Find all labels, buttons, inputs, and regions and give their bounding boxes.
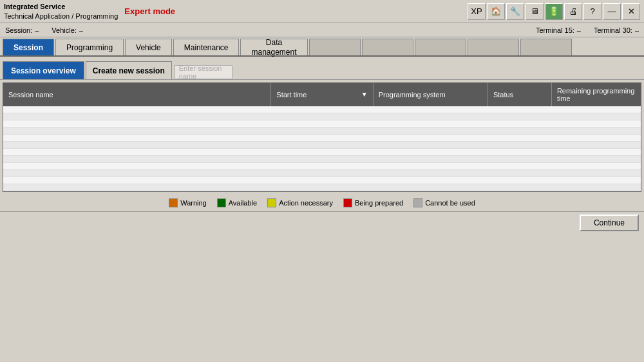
sessions-table: Session name Start time ▼ Programming sy…: [3, 83, 641, 191]
col-session-name[interactable]: Session name: [3, 83, 271, 106]
table-cell: [271, 128, 373, 135]
table-cell: [3, 177, 271, 184]
help-icon[interactable]: ?: [583, 3, 601, 20]
being-prepared-icon: [343, 198, 352, 207]
table-cell: [3, 149, 271, 156]
tab-7: [362, 39, 413, 55]
col-start-time[interactable]: Start time ▼: [271, 83, 373, 106]
table-row[interactable]: [3, 142, 641, 149]
tab-8: [415, 39, 466, 55]
action-necessary-label: Action necessary: [279, 199, 333, 207]
table-cell: [373, 106, 488, 113]
terminal30-value: –: [635, 26, 639, 34]
table-cell: [271, 170, 373, 177]
table-cell: [373, 170, 488, 177]
terminal30-label: Terminal 30:: [594, 26, 632, 34]
table-cell: [551, 106, 641, 113]
warning-label: Warning: [180, 199, 207, 207]
table-cell: [551, 142, 641, 149]
table-cell: [488, 163, 551, 170]
col-programming-system[interactable]: Programming system: [373, 83, 488, 106]
sub-tab-create-new-session[interactable]: Create new session: [86, 61, 172, 79]
table-row[interactable]: [3, 170, 641, 177]
table-cell: [373, 149, 488, 156]
table-row[interactable]: [3, 128, 641, 135]
info-bar: Session: – Vehicle: – Terminal 15: – Ter…: [0, 23, 644, 37]
table-cell: [488, 149, 551, 156]
legend-being-prepared: Being prepared: [343, 198, 403, 207]
table-cell: [3, 156, 271, 163]
home-icon[interactable]: 🏠: [487, 3, 505, 20]
table-cell: [488, 184, 551, 191]
toolbar: XP 🏠 🔧 🖥 🔋 🖨 ? — ✕: [468, 3, 640, 20]
table-cell: [3, 120, 271, 128]
legend-cannot-be-used: Cannot be used: [413, 198, 475, 207]
table-cell: [488, 106, 551, 113]
table-row[interactable]: [3, 113, 641, 120]
table-cell: [3, 142, 271, 149]
table-cell: [551, 184, 641, 191]
session-input-placeholder: Enter session name: [179, 64, 228, 80]
table-cell: [271, 142, 373, 149]
tab-programming[interactable]: Programming: [55, 39, 124, 55]
table-row[interactable]: [3, 149, 641, 156]
table-cell: [3, 163, 271, 170]
table-row[interactable]: [3, 163, 641, 170]
table-cell: [488, 135, 551, 142]
table-cell: [373, 135, 488, 142]
table-cell: [488, 156, 551, 163]
tab-session[interactable]: Session: [3, 39, 54, 55]
table-cell: [271, 163, 373, 170]
table-cell: [373, 156, 488, 163]
col-status[interactable]: Status: [488, 83, 551, 106]
table-row[interactable]: [3, 106, 641, 113]
close-icon[interactable]: ✕: [622, 3, 640, 20]
table-cell: [488, 128, 551, 135]
table-cell: [271, 156, 373, 163]
tab-10: [520, 39, 572, 55]
xp-button[interactable]: XP: [468, 3, 486, 20]
table-cell: [488, 177, 551, 184]
table-cell: [373, 128, 488, 135]
cannot-be-used-label: Cannot be used: [425, 199, 475, 207]
table-cell: [488, 142, 551, 149]
table-cell: [3, 113, 271, 120]
table-cell: [551, 156, 641, 163]
sub-tab-session-overview[interactable]: Session overview: [3, 61, 84, 79]
screen-icon[interactable]: 🖥: [526, 3, 544, 20]
session-name-input[interactable]: Enter session name: [175, 65, 232, 79]
vehicle-value: –: [79, 26, 83, 34]
battery-icon[interactable]: 🔋: [545, 3, 563, 20]
tab-vehicle[interactable]: Vehicle: [125, 39, 172, 55]
table-cell: [271, 184, 373, 191]
tab-data-management[interactable]: Datamanagement: [240, 39, 307, 55]
legend-available: Available: [217, 198, 257, 207]
action-necessary-icon: [267, 198, 276, 207]
tab-maintenance[interactable]: Maintenance: [173, 39, 240, 55]
table-row[interactable]: [3, 177, 641, 184]
terminal15-label: Terminal 15:: [536, 26, 574, 34]
cannot-be-used-icon: [413, 198, 422, 207]
table-row[interactable]: [3, 120, 641, 128]
table-row[interactable]: [3, 156, 641, 163]
table-row[interactable]: [3, 135, 641, 142]
table-row[interactable]: [3, 184, 641, 191]
table-cell: [3, 184, 271, 191]
table-cell: [551, 120, 641, 128]
tab-9: [468, 39, 519, 55]
warning-icon: [169, 198, 178, 207]
table-cell: [3, 170, 271, 177]
session-label: Session:: [5, 26, 32, 34]
continue-button[interactable]: Continue: [580, 214, 639, 231]
tab-6: [309, 39, 361, 55]
col-remaining-time[interactable]: Remaining programming time: [551, 83, 641, 106]
table-cell: [373, 142, 488, 149]
vehicle-label: Vehicle:: [52, 26, 77, 34]
table-cell: [373, 163, 488, 170]
table-cell: [3, 106, 271, 113]
table-cell: [3, 135, 271, 142]
printer-icon[interactable]: 🖨: [564, 3, 582, 20]
table-cell: [551, 177, 641, 184]
minimize-icon[interactable]: —: [603, 3, 621, 20]
tool-icon[interactable]: 🔧: [506, 3, 524, 20]
